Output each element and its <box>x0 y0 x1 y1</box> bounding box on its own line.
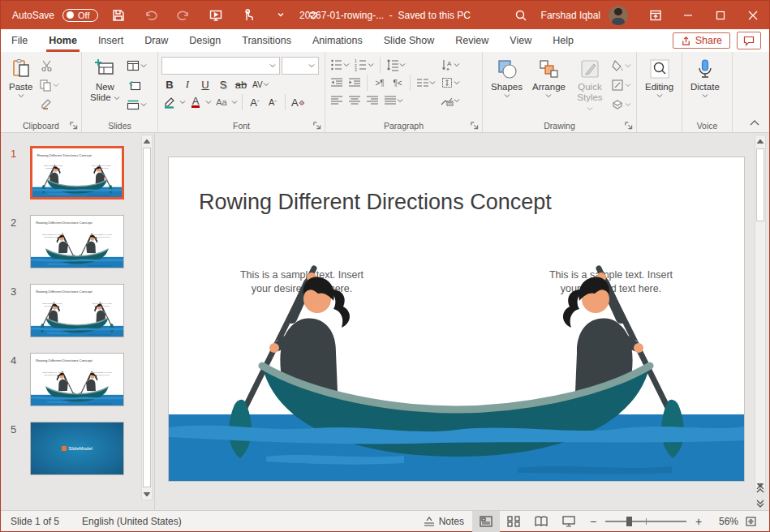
slide-thumbnail-4[interactable] <box>30 353 124 406</box>
normal-view-button[interactable] <box>472 511 500 532</box>
shape-outline-button[interactable] <box>609 76 633 94</box>
quick-styles-button[interactable]: QuickStyles <box>570 55 609 119</box>
align-right-button[interactable] <box>364 92 381 109</box>
redo-button[interactable] <box>171 5 196 26</box>
slide-indicator[interactable]: Slide 1 of 5 <box>11 516 59 527</box>
slide-thumbnail-5[interactable]: SlideModel <box>30 422 124 475</box>
editing-button[interactable]: Editing <box>640 55 678 119</box>
tab-review[interactable]: Review <box>445 29 499 52</box>
left-to-right-paragraph-button[interactable]: >¶ <box>372 75 388 91</box>
character-spacing-button[interactable]: AV <box>251 76 271 92</box>
line-spacing-button[interactable] <box>385 57 407 73</box>
tab-draw[interactable]: Draw <box>134 29 179 52</box>
undo-button[interactable] <box>139 5 163 26</box>
zoom-out-button[interactable]: − <box>587 515 599 528</box>
collapse-ribbon-button[interactable] <box>748 118 761 129</box>
strikethrough-button[interactable]: ab <box>233 76 249 92</box>
dictate-button[interactable]: Dictate <box>686 55 725 119</box>
shape-fill-button[interactable] <box>609 57 633 75</box>
minimize-button[interactable] <box>672 1 704 29</box>
section-button[interactable] <box>125 96 148 114</box>
thumbnail-scroll-down-arrow[interactable] <box>142 488 152 500</box>
right-to-left-paragraph-button[interactable]: ¶< <box>389 75 406 91</box>
autosave-toggle[interactable]: Off <box>62 9 97 22</box>
touch-mode-dropdown[interactable] <box>269 5 293 26</box>
shapes-button[interactable]: Shapes <box>486 55 527 119</box>
tab-animations[interactable]: Animations <box>302 29 373 52</box>
user-avatar[interactable] <box>609 6 628 25</box>
bold-button[interactable]: B <box>161 76 178 92</box>
fit-slide-to-window-button[interactable] <box>738 511 763 532</box>
paragraph-dialog-launcher[interactable] <box>470 121 480 131</box>
zoom-slider-thumb[interactable] <box>626 517 632 526</box>
drawing-dialog-launcher[interactable] <box>624 121 634 131</box>
next-slide-button[interactable] <box>755 499 766 508</box>
previous-slide-button[interactable] <box>755 484 766 494</box>
justify-button[interactable] <box>382 92 405 109</box>
notes-button[interactable]: Notes <box>415 511 472 532</box>
font-color-button[interactable]: A <box>187 94 204 110</box>
slide-scrollbar[interactable] <box>755 135 766 491</box>
slide-scrollbar-thumb[interactable] <box>756 148 764 221</box>
tab-transitions[interactable]: Transitions <box>231 29 302 52</box>
arrange-button[interactable]: Arrange <box>527 55 570 119</box>
reading-view-button[interactable] <box>527 511 555 532</box>
slide-thumbnail-3[interactable] <box>30 284 124 337</box>
italic-button[interactable]: I <box>179 76 196 92</box>
zoom-level[interactable]: 56% <box>709 516 738 527</box>
columns-button[interactable] <box>415 75 437 91</box>
clipboard-dialog-launcher[interactable] <box>69 121 79 131</box>
tab-help[interactable]: Help <box>542 29 584 52</box>
paste-button[interactable]: Paste <box>4 55 37 119</box>
ribbon-display-options-button[interactable] <box>639 1 672 29</box>
touch-mouse-mode-button[interactable] <box>236 5 260 26</box>
format-painter-button[interactable] <box>37 96 57 114</box>
increase-indent-button[interactable] <box>346 75 363 91</box>
close-button[interactable] <box>737 1 769 29</box>
text-highlight-button[interactable] <box>161 94 178 110</box>
text-shadow-button[interactable]: S <box>215 76 231 92</box>
align-center-button[interactable] <box>346 92 363 109</box>
align-left-button[interactable] <box>329 92 345 109</box>
bullets-button[interactable] <box>329 57 351 73</box>
thumbnail-scrollbar[interactable] <box>141 135 153 500</box>
decrease-font-size-button[interactable]: Aˇ <box>265 94 281 110</box>
tab-file[interactable]: File <box>1 29 38 52</box>
slide-canvas[interactable] <box>169 157 744 481</box>
slide-layout-button[interactable] <box>125 57 148 75</box>
underline-button[interactable]: U <box>197 76 213 92</box>
font-dialog-launcher[interactable] <box>312 121 322 131</box>
decrease-indent-button[interactable] <box>329 75 345 91</box>
maximize-button[interactable] <box>704 1 737 29</box>
tab-view[interactable]: View <box>499 29 542 52</box>
zoom-in-button[interactable]: + <box>693 515 704 528</box>
increase-font-size-button[interactable]: Aˆ <box>247 94 263 110</box>
search-icon[interactable] <box>509 5 533 26</box>
start-slideshow-button[interactable] <box>204 5 228 26</box>
new-slide-button[interactable]: NewSlide <box>85 55 125 119</box>
numbering-button[interactable]: 123 <box>353 57 376 73</box>
slide-thumbnail-2[interactable] <box>30 215 124 268</box>
language-indicator[interactable]: English (United States) <box>82 516 182 527</box>
user-name[interactable]: Farshad Iqbal <box>541 10 600 21</box>
text-direction-button[interactable]: A <box>439 57 462 73</box>
slide-scroll-up-arrow[interactable] <box>755 135 765 147</box>
reset-slide-button[interactable] <box>125 76 144 94</box>
cut-button[interactable] <box>37 57 57 75</box>
font-size-combo[interactable] <box>282 57 319 75</box>
tab-design[interactable]: Design <box>179 29 231 52</box>
slideshow-view-button[interactable] <box>555 511 583 532</box>
share-button[interactable]: Share <box>673 32 730 49</box>
tab-home[interactable]: Home <box>38 29 88 52</box>
convert-to-smartart-button[interactable] <box>439 92 462 109</box>
tab-insert[interactable]: Insert <box>88 29 134 52</box>
align-text-button[interactable] <box>439 75 462 91</box>
thumbnail-scrollbar-thumb[interactable] <box>143 148 151 487</box>
slide-thumbnail-1[interactable] <box>30 146 124 200</box>
thumbnail-scroll-up-arrow[interactable] <box>142 135 152 147</box>
change-case-button[interactable]: Aa <box>213 94 230 110</box>
slide-sorter-view-button[interactable] <box>500 511 527 532</box>
copy-button[interactable] <box>37 76 61 94</box>
clear-formatting-button[interactable]: A <box>290 94 307 110</box>
shape-effects-button[interactable] <box>609 96 633 114</box>
